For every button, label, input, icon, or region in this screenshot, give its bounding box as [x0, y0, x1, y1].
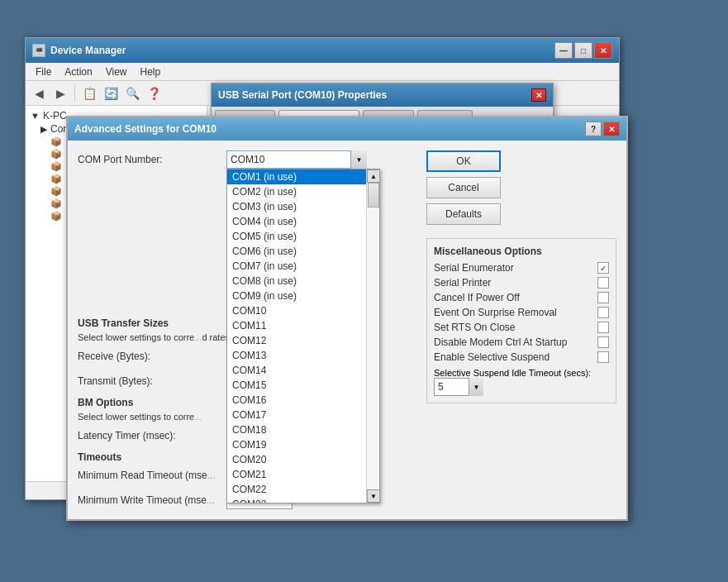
dropdown-item-com19[interactable]: COM19 [227, 437, 366, 452]
receive-label: Receive (Bytes): [78, 351, 226, 362]
item-icon-7: 📦 [50, 211, 62, 222]
advanced-body: COM Port Number: COM10 ▼ COM1 (in use) C… [68, 141, 626, 526]
dropdown-item-com23[interactable]: COM23 [227, 497, 366, 503]
item-icon-6: 📦 [50, 198, 62, 209]
tree-label-kpc: K-PC [43, 110, 67, 122]
menu-file[interactable]: File [29, 64, 58, 79]
scrollbar-track [367, 183, 379, 489]
forward-button[interactable]: ▶ [50, 83, 70, 103]
suspend-idle-value: 5 [438, 381, 444, 393]
update-driver-button[interactable]: 🔄 [101, 83, 121, 103]
ok-button[interactable]: OK [426, 150, 501, 172]
com-port-label: COM Port Number: [78, 154, 226, 165]
dropdown-item-com16[interactable]: COM16 [227, 393, 366, 408]
rts-close-row: Set RTS On Close [434, 322, 609, 333]
defaults-button[interactable]: Defaults [426, 203, 501, 225]
titlebar-controls: — □ ✕ [554, 42, 612, 59]
properties-title: USB Serial Port (COM10) Properties [218, 89, 387, 101]
scrollbar-down-button[interactable]: ▼ [367, 489, 380, 503]
dropdown-item-com11[interactable]: COM11 [227, 318, 366, 333]
advanced-settings-dialog: Advanced Settings for COM10 ? ✕ COM Port… [66, 116, 628, 521]
expand-icon: ▼ [31, 111, 40, 121]
dropdown-item-com2[interactable]: COM2 (in use) [227, 184, 366, 199]
cancel-power-label: Cancel If Power Off [434, 292, 520, 303]
serial-printer-label: Serial Printer [434, 277, 491, 289]
right-panel: OK Cancel Defaults Miscellaneous Options… [426, 150, 616, 516]
item-icon-4: 📦 [50, 174, 62, 184]
advanced-titlebar: Advanced Settings for COM10 ? ✕ [68, 117, 626, 141]
dropdown-item-com17[interactable]: COM17 [227, 408, 366, 422]
dropdown-item-com9[interactable]: COM9 (in use) [227, 289, 366, 303]
advanced-titlebar-controls: ? ✕ [585, 122, 620, 136]
scrollbar-up-button[interactable]: ▲ [367, 169, 380, 183]
dropdown-item-com20[interactable]: COM20 [227, 452, 366, 467]
menu-bar: File Action View Help [26, 63, 619, 81]
event-surprise-row: Event On Surprise Removal [434, 307, 609, 318]
cancel-power-checkbox[interactable] [597, 292, 609, 303]
suspend-idle-combobox[interactable]: 5 [434, 378, 483, 396]
min-write-label: Minimum Write Timeout (mse... [78, 494, 226, 506]
misc-options-panel: Miscellaneous Options Serial Enumerator … [426, 238, 616, 403]
dropdown-item-com21[interactable]: COM21 [227, 467, 366, 482]
computer-icon: ▶ [40, 124, 47, 135]
dropdown-item-com5[interactable]: COM5 (in use) [227, 229, 366, 244]
scrollbar-thumb[interactable] [368, 183, 379, 208]
device-manager-titlebar: 💻 Device Manager — □ ✕ [26, 38, 619, 63]
com-port-dropdown-list: COM1 (in use) COM2 (in use) COM3 (in use… [226, 169, 380, 503]
properties-titlebar: USB Serial Port (COM10) Properties ✕ [212, 83, 553, 107]
device-manager-icon: 💻 [32, 44, 45, 57]
enable-suspend-row: Enable Selective Suspend [434, 351, 609, 363]
menu-help[interactable]: Help [134, 64, 168, 79]
desktop: 💻 Device Manager — □ ✕ File Action View … [0, 0, 728, 582]
menu-view[interactable]: View [99, 64, 134, 79]
help-button[interactable]: ❓ [144, 83, 164, 103]
serial-enumerator-label: Serial Enumerator [434, 262, 514, 274]
dropdown-item-com6[interactable]: COM6 (in use) [227, 244, 366, 259]
dropdown-item-com14[interactable]: COM14 [227, 363, 366, 378]
dropdown-item-com15[interactable]: COM15 [227, 378, 366, 393]
dropdown-item-com3[interactable]: COM3 (in use) [227, 199, 366, 214]
enable-suspend-checkbox[interactable] [597, 351, 609, 363]
device-manager-close-button[interactable]: ✕ [594, 42, 612, 59]
dropdown-item-com22[interactable]: COM22 [227, 482, 366, 497]
rts-close-checkbox[interactable] [597, 322, 609, 333]
minimize-button[interactable]: — [554, 42, 573, 59]
event-surprise-label: Event On Surprise Removal [434, 307, 557, 318]
dropdown-item-com8[interactable]: COM8 (in use) [227, 274, 366, 289]
event-surprise-checkbox[interactable] [597, 307, 609, 318]
dropdown-item-com7[interactable]: COM7 (in use) [227, 259, 366, 274]
dropdown-item-com1[interactable]: COM1 (in use) [227, 169, 366, 184]
rts-close-label: Set RTS On Close [434, 322, 515, 333]
scan-button[interactable]: 🔍 [122, 83, 142, 103]
menu-action[interactable]: Action [58, 64, 98, 79]
dropdown-item-com10[interactable]: COM10 [227, 303, 366, 318]
min-read-label: Minimum Read Timeout (mse... [78, 470, 226, 481]
enable-suspend-label: Enable Selective Suspend [434, 351, 550, 363]
dropdown-item-com13[interactable]: COM13 [227, 348, 366, 363]
item-icon-5: 📦 [50, 186, 62, 197]
advanced-help-button[interactable]: ? [585, 122, 602, 136]
cancel-power-row: Cancel If Power Off [434, 292, 609, 303]
properties-button[interactable]: 📋 [79, 83, 99, 103]
dropdown-scrollbar: ▲ ▼ [366, 169, 379, 503]
left-panel: COM Port Number: COM10 ▼ COM1 (in use) C… [78, 150, 413, 516]
dropdown-item-com12[interactable]: COM12 [227, 333, 366, 348]
com-port-combobox[interactable]: COM10 [226, 150, 367, 169]
advanced-close-button[interactable]: ✕ [603, 122, 620, 136]
disable-modem-checkbox[interactable] [597, 336, 609, 348]
transmit-label: Transmit (Bytes): [78, 375, 226, 387]
serial-enumerator-checkbox[interactable]: ✓ [597, 262, 609, 274]
dropdown-item-com4[interactable]: COM4 (in use) [227, 214, 366, 229]
serial-enumerator-row: Serial Enumerator ✓ [434, 262, 609, 274]
dropdown-item-com18[interactable]: COM18 [227, 422, 366, 437]
dropdown-items-container: COM1 (in use) COM2 (in use) COM3 (in use… [227, 169, 366, 503]
advanced-title: Advanced Settings for COM10 [74, 123, 216, 135]
item-icon-3: 📦 [50, 161, 62, 172]
cancel-button[interactable]: Cancel [426, 177, 501, 198]
suspend-idle-row: Selective Suspend Idle Timeout (secs): 5… [434, 368, 609, 396]
back-button[interactable]: ◀ [29, 83, 49, 103]
properties-close-button[interactable]: ✕ [531, 88, 546, 102]
maximize-button[interactable]: □ [574, 42, 592, 59]
serial-printer-checkbox[interactable] [597, 277, 609, 289]
com-port-value: COM10 [231, 154, 264, 165]
